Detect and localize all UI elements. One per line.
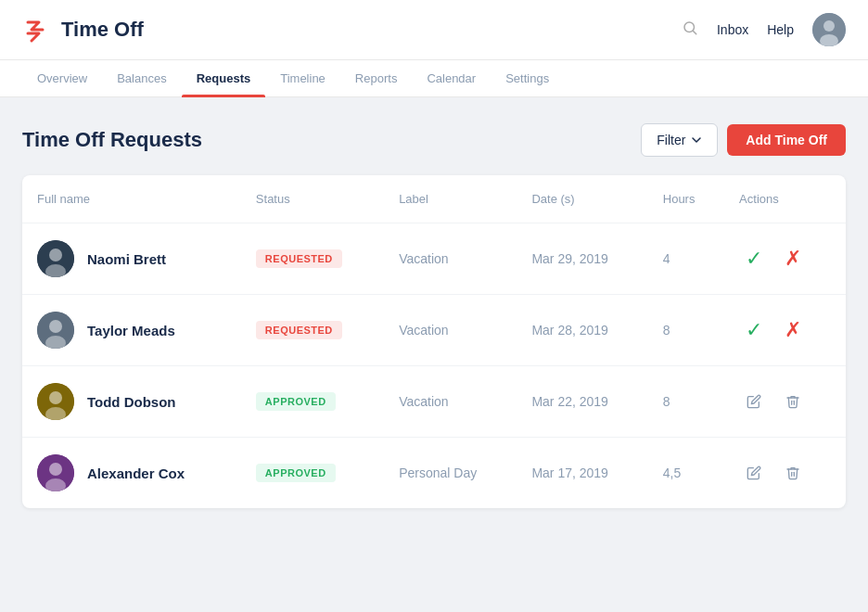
- tab-reports[interactable]: Reports: [340, 60, 413, 96]
- cell-status: APPROVED: [241, 366, 384, 438]
- cell-label: Vacation: [384, 223, 517, 295]
- cell-hours: 4,5: [648, 438, 724, 509]
- cell-label: Vacation: [384, 366, 517, 438]
- row-avatar: [37, 383, 74, 420]
- table-row: Naomi Brett REQUESTED Vacation Mar 29, 2…: [22, 223, 846, 295]
- cell-actions: ✓ ✗: [724, 223, 846, 295]
- tab-overview[interactable]: Overview: [22, 60, 102, 96]
- header-left: Time Off: [22, 15, 144, 45]
- actions-group: ✓ ✗: [739, 244, 831, 274]
- actions-group: [739, 387, 831, 416]
- add-time-off-button[interactable]: Add Time Off: [727, 124, 846, 156]
- cell-date: Mar 17, 2019: [517, 438, 647, 509]
- status-badge: APPROVED: [256, 392, 336, 411]
- cell-label: Vacation: [384, 295, 517, 366]
- table-header-row: Full name Status Label Date (s) Hours Ac…: [22, 175, 846, 223]
- cell-label: Personal Day: [384, 438, 517, 509]
- row-avatar: [37, 454, 74, 491]
- status-badge: REQUESTED: [256, 321, 342, 339]
- cell-actions: [724, 438, 846, 509]
- svg-point-6: [49, 249, 62, 261]
- approve-button[interactable]: ✓: [739, 315, 769, 345]
- col-status: Status: [241, 175, 384, 223]
- app-title: Time Off: [61, 18, 144, 42]
- actions-group: ✓ ✗: [739, 315, 831, 345]
- cell-status: REQUESTED: [241, 295, 384, 366]
- app-header: Time Off Inbox Help: [0, 0, 868, 60]
- svg-line-1: [693, 31, 696, 33]
- tab-timeline[interactable]: Timeline: [265, 60, 340, 96]
- edit-button[interactable]: [739, 387, 769, 416]
- delete-button[interactable]: [778, 458, 808, 488]
- tab-calendar[interactable]: Calendar: [412, 60, 491, 96]
- table-row: Taylor Meads REQUESTED Vacation Mar 28, …: [22, 295, 846, 366]
- col-hours: Hours: [648, 175, 724, 223]
- requests-table: Full name Status Label Date (s) Hours Ac…: [22, 175, 846, 508]
- cell-date: Mar 22, 2019: [517, 366, 647, 438]
- cell-hours: 8: [648, 295, 724, 366]
- cell-status: APPROVED: [241, 438, 384, 509]
- svg-point-12: [49, 391, 62, 404]
- table-row: Alexander Cox APPROVED Personal Day Mar …: [22, 438, 846, 509]
- page-header: Time Off Requests Filter Add Time Off: [22, 123, 846, 157]
- employee-name: Taylor Meads: [87, 323, 175, 338]
- cell-hours: 4: [648, 223, 724, 295]
- cell-date: Mar 29, 2019: [517, 223, 647, 295]
- employee-name: Todd Dobson: [87, 394, 176, 410]
- cell-actions: [724, 366, 846, 438]
- svg-point-0: [684, 22, 695, 32]
- employee-name: Naomi Brett: [87, 251, 166, 267]
- svg-point-3: [823, 20, 835, 32]
- reject-button[interactable]: ✗: [778, 244, 808, 274]
- search-icon[interactable]: [682, 19, 698, 40]
- user-avatar[interactable]: [812, 13, 846, 46]
- inbox-link[interactable]: Inbox: [717, 22, 748, 37]
- cell-name: Todd Dobson: [22, 366, 241, 438]
- status-badge: REQUESTED: [256, 249, 342, 268]
- page-title: Time Off Requests: [22, 128, 202, 152]
- tab-settings[interactable]: Settings: [491, 60, 564, 96]
- requests-table-container: Full name Status Label Date (s) Hours Ac…: [22, 175, 846, 508]
- tab-requests[interactable]: Requests: [182, 60, 266, 96]
- employee-name: Alexander Cox: [87, 465, 185, 481]
- delete-button[interactable]: [778, 387, 808, 416]
- row-avatar: [37, 240, 74, 277]
- cell-date: Mar 28, 2019: [517, 295, 647, 366]
- col-fullname: Full name: [22, 175, 241, 223]
- col-actions: Actions: [724, 175, 846, 223]
- filter-label: Filter: [657, 133, 685, 147]
- filter-button[interactable]: Filter: [641, 123, 718, 157]
- main-content: Time Off Requests Filter Add Time Off Fu…: [0, 97, 868, 534]
- tab-balances[interactable]: Balances: [102, 60, 181, 96]
- table-row: Todd Dobson APPROVED Vacation Mar 22, 20…: [22, 366, 846, 438]
- col-label: Label: [384, 175, 517, 223]
- cell-name: Taylor Meads: [22, 295, 241, 366]
- svg-point-9: [49, 320, 62, 333]
- edit-button[interactable]: [739, 458, 769, 488]
- cell-hours: 8: [648, 366, 724, 438]
- cell-name: Naomi Brett: [22, 223, 241, 295]
- actions-group: [739, 458, 831, 488]
- cell-actions: ✓ ✗: [724, 295, 846, 366]
- header-actions: Filter Add Time Off: [641, 123, 846, 157]
- approve-button[interactable]: ✓: [739, 244, 769, 274]
- chevron-down-icon: [691, 134, 702, 146]
- help-link[interactable]: Help: [767, 22, 794, 37]
- row-avatar: [37, 312, 74, 349]
- svg-point-15: [49, 463, 62, 476]
- header-right: Inbox Help: [682, 13, 846, 46]
- col-dates: Date (s): [517, 175, 647, 223]
- app-logo-icon: [22, 15, 52, 45]
- reject-button[interactable]: ✗: [778, 315, 808, 345]
- cell-status: REQUESTED: [241, 223, 384, 295]
- cell-name: Alexander Cox: [22, 438, 241, 509]
- nav-tabs: Overview Balances Requests Timeline Repo…: [0, 60, 868, 97]
- status-badge: APPROVED: [256, 464, 336, 482]
